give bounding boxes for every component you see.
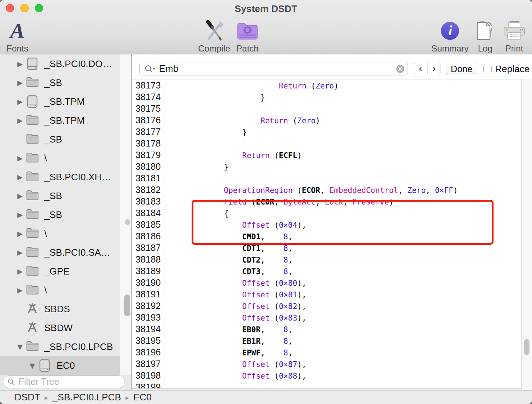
disclosure-triangle-icon[interactable]: ▶	[15, 116, 25, 124]
tree-row[interactable]: ▶_SB.TPM	[0, 92, 120, 111]
code-line[interactable]: 38176 Return (Zero)	[132, 114, 521, 126]
code-line[interactable]: 38196 EPWF, 8,	[132, 346, 521, 358]
code-line[interactable]: 38179 Return (ECFL)	[132, 149, 521, 161]
tree-row[interactable]: SBDS	[0, 300, 120, 318]
line-number: 38199	[132, 381, 164, 389]
disclosure-triangle-icon[interactable]: ▶	[15, 173, 25, 181]
fonts-label: Fonts	[4, 44, 31, 54]
code-line[interactable]: 38178	[132, 137, 521, 149]
line-number: 38194	[132, 323, 164, 335]
code-line[interactable]: 38173 Return (Zero)	[132, 79, 521, 91]
code-line[interactable]: 38193 Offset (0×83),	[132, 312, 521, 323]
code-line[interactable]: 38192 Offset (0×82),	[132, 300, 521, 312]
compile-label: Compile	[196, 44, 232, 54]
line-number: 38189	[132, 265, 164, 277]
code-text: Offset (0×87),	[164, 359, 306, 370]
summary-info-icon: i	[431, 19, 469, 43]
find-field[interactable]	[139, 62, 408, 75]
log-pages-icon	[474, 19, 496, 43]
code-line[interactable]: 38190 Offset (0×80),	[132, 277, 521, 288]
disclosure-triangle-icon[interactable]: ▼	[28, 362, 37, 370]
tree-row[interactable]: ▶_GPE	[0, 262, 120, 281]
disclosure-triangle-icon[interactable]: ▶	[15, 154, 25, 162]
disclosure-triangle-icon[interactable]: ▶	[15, 192, 25, 200]
find-input[interactable]	[159, 63, 394, 74]
sidebar-scrollbar-thumb[interactable]	[124, 294, 130, 316]
breadcrumb-root[interactable]: DSDT	[15, 392, 40, 403]
sidebar-scrollbar-track[interactable]	[120, 54, 131, 375]
print-button[interactable]: Print	[502, 19, 527, 54]
tree-row[interactable]: ▶\	[0, 149, 120, 168]
code-text: }	[164, 127, 247, 138]
disclosure-triangle-icon[interactable]: ▶	[15, 248, 25, 256]
filter-tree-input[interactable]	[18, 376, 114, 387]
find-next-button[interactable]: ›	[427, 63, 441, 75]
fonts-button[interactable]: A Fonts	[4, 19, 31, 54]
tree-row[interactable]: ▶_SB	[0, 186, 120, 205]
filter-tree-field[interactable]	[3, 375, 125, 388]
tree-row[interactable]: _SB	[0, 130, 120, 149]
replace-toggle: Replace	[483, 63, 529, 75]
disclosure-triangle-icon[interactable]: ▼	[15, 343, 25, 351]
code-line[interactable]: 38199	[132, 381, 521, 389]
code-editor[interactable]: 38173 Return (Zero)38174 }3817538176 Ret…	[132, 79, 522, 389]
code-line[interactable]: 38191 Offset (0×81),	[132, 288, 521, 300]
vertical-scrollbar-thumb[interactable]	[524, 339, 529, 355]
code-line[interactable]: 38174 }	[132, 91, 521, 103]
tree-row[interactable]: ▶_SB.TPM	[0, 111, 120, 130]
disclosure-triangle-icon[interactable]: ▶	[15, 98, 25, 106]
tree-row[interactable]: ▶_SB	[0, 205, 120, 224]
code-line[interactable]: 38189 CDT3, 8,	[132, 265, 521, 277]
code-line[interactable]: 38198 Offset (0×88),	[132, 370, 521, 381]
line-number: 38197	[132, 358, 164, 370]
log-button[interactable]: Log	[474, 19, 496, 54]
method-icon	[26, 321, 38, 333]
code-line[interactable]: 38195 EB1R, 8,	[132, 335, 521, 346]
code-line[interactable]: 38180 }	[132, 161, 521, 172]
tree-item-label: _SB	[44, 209, 62, 220]
patch-button[interactable]: Patch	[235, 19, 260, 54]
tree-row[interactable]: ▼EC0	[0, 356, 120, 375]
disclosure-triangle-icon[interactable]: ▶	[15, 230, 25, 238]
folder-icon	[26, 189, 38, 200]
breadcrumb-device[interactable]: EC0	[133, 392, 152, 403]
tree-row[interactable]: SBDW	[0, 318, 120, 337]
clear-search-icon[interactable]	[396, 65, 405, 73]
code-line[interactable]: 38194 EB0R, 8,	[132, 323, 521, 335]
code-line[interactable]: 38175	[132, 103, 521, 114]
line-number: 38183	[132, 195, 164, 207]
tree-row[interactable]: ▶_SB.PCI0.XH…	[0, 168, 120, 186]
line-number: 38174	[132, 91, 164, 103]
code-text: OperationRegion (ECOR, EmbeddedControl, …	[164, 185, 458, 196]
disclosure-triangle-icon[interactable]: ▶	[15, 267, 25, 275]
line-number: 38175	[132, 103, 164, 114]
search-menu-icon	[144, 65, 155, 73]
disclosure-triangle-icon[interactable]: ▶	[15, 60, 25, 68]
summary-button[interactable]: i Summary	[431, 19, 469, 54]
code-line[interactable]: 38197 Offset (0×87),	[132, 358, 521, 370]
splitter-handle[interactable]	[125, 219, 130, 225]
tree-row[interactable]: ▶_SB.PCI0.SA…	[0, 243, 120, 262]
folder-icon	[26, 227, 38, 238]
code-line[interactable]: 38177 }	[132, 126, 521, 137]
folder-icon	[26, 76, 38, 87]
done-button[interactable]: Done	[446, 63, 477, 75]
line-number: 38193	[132, 312, 164, 323]
tree-row[interactable]: ▶\	[0, 281, 120, 300]
tree-row[interactable]: ▶_SB	[0, 73, 120, 92]
code-line[interactable]: 38188 CDT2, 8,	[132, 253, 521, 265]
tree-row[interactable]: ▼_SB.PCI0.LPCB	[0, 337, 120, 356]
tree-row[interactable]: ▶\	[0, 224, 120, 243]
print-label: Print	[502, 44, 527, 54]
disclosure-triangle-icon[interactable]: ▶	[15, 79, 25, 87]
find-previous-button[interactable]: ‹	[414, 63, 427, 75]
tree-row[interactable]: ▶_SB.PCI0.DO…	[0, 54, 120, 73]
compile-button[interactable]: Compile	[196, 19, 232, 54]
code-line[interactable]: 38181	[132, 172, 521, 184]
app-window: System DSDT A Fonts Compile	[0, 0, 532, 404]
breadcrumb-scope[interactable]: _SB.PCI0.LPCB	[52, 392, 121, 403]
replace-checkbox[interactable]	[483, 65, 492, 73]
disclosure-triangle-icon[interactable]: ▶	[15, 211, 25, 219]
code-line[interactable]: 38182 OperationRegion (ECOR, EmbeddedCon…	[132, 184, 521, 195]
disclosure-triangle-icon[interactable]: ▶	[15, 286, 25, 294]
